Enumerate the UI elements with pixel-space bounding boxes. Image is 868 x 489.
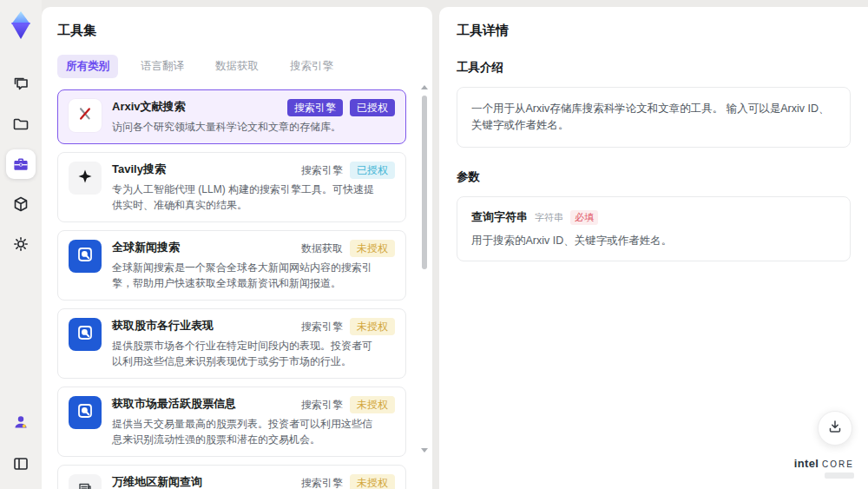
download-icon [827, 419, 843, 438]
brand-subline [825, 472, 854, 479]
tool-description: 访问各个研究领域大量科学论文和文章的存储库。 [112, 119, 374, 135]
tool-description: 提供当天交易量最高的股票列表。投资者可以利用这些信息来识别流动性强的股票和潜在的… [112, 416, 374, 447]
detail-title: 工具详情 [457, 23, 851, 39]
tool-icon [69, 474, 102, 489]
param-item: 查询字符串 字符串 必填 用于搜索的Arxiv ID、关键字或作者姓名。 [471, 209, 836, 248]
tool-icon [69, 99, 102, 132]
panel-toggle-icon [12, 455, 30, 472]
auth-status-badge: 已授权 [350, 162, 395, 179]
tool-icon [69, 396, 102, 429]
main-content: 工具集 所有类别语言翻译数据获取搜索引擎 [42, 0, 868, 489]
auth-status-badge: 未授权 [350, 240, 395, 257]
tool-tags: 搜索引擎 未授权 [301, 474, 395, 489]
param-description: 用于搜索的Arxiv ID、关键字或作者姓名。 [471, 233, 836, 248]
tool-card[interactable]: 全球新闻搜索 数据获取 未授权 全球新闻搜索是一个聚合全球各大新闻网站内容的搜索… [57, 230, 406, 301]
auth-status-badge: 未授权 [350, 318, 395, 335]
sidebar-item-chat[interactable] [6, 69, 36, 99]
category-tab[interactable]: 所有类别 [57, 55, 118, 78]
scrollbar-down-arrow[interactable] [421, 448, 428, 453]
tool-main: 获取市场最活跃股票信息 搜索引擎 未授权 提供当天交易量最高的股票列表。投资者可… [112, 396, 395, 447]
tool-main: 获取股市各行业表现 搜索引擎 未授权 提供股票市场各个行业在特定时间段内的表现。… [112, 318, 395, 369]
tool-card[interactable]: Tavily搜索 搜索引擎 已授权 专为人工智能代理 (LLM) 构建的搜索引擎… [57, 152, 406, 222]
params-box: 查询字符串 字符串 必填 用于搜索的Arxiv ID、关键字或作者姓名。 [457, 196, 851, 261]
tool-name: 全球新闻搜索 [112, 240, 180, 254]
tool-icon [69, 162, 102, 195]
tool-tags: 搜索引擎 已授权 [301, 162, 395, 179]
tool-card[interactable]: 万维地区新闻查询 搜索引擎 未授权 查询具体行政区划内的新闻，快速了解各地新闻动 [57, 465, 406, 489]
category-tag: 搜索引擎 [287, 99, 343, 116]
brand-intel-text: intel [794, 457, 819, 470]
tool-name: 万维地区新闻查询 [112, 474, 202, 489]
auth-status-badge: 已授权 [350, 99, 395, 116]
category-tab[interactable]: 数据获取 [207, 55, 267, 78]
app-sidebar [0, 0, 42, 489]
category-tag: 搜索引擎 [301, 396, 343, 413]
tool-card[interactable]: 获取市场最活跃股票信息 搜索引擎 未授权 提供当天交易量最高的股票列表。投资者可… [57, 387, 406, 457]
page-title: 工具集 [57, 23, 418, 39]
list-scrollbar[interactable] [421, 83, 428, 486]
category-tab[interactable]: 搜索引擎 [281, 55, 342, 78]
auth-status-badge: 未授权 [350, 474, 395, 489]
news-search-logo-icon [76, 324, 94, 345]
category-tag: 搜索引擎 [301, 474, 343, 489]
app-logo gem-icon [8, 10, 34, 40]
category-tag: 搜索引擎 [301, 318, 343, 335]
tool-name: 获取市场最活跃股票信息 [112, 396, 236, 411]
params-heading: 参数 [457, 169, 851, 185]
sidebar-item-account[interactable] [6, 407, 36, 437]
param-type: 字符串 [535, 211, 563, 224]
sidebar-item-settings[interactable] [6, 229, 36, 259]
tool-name: Tavily搜索 [112, 162, 166, 176]
tool-tags: 搜索引擎 未授权 [301, 396, 395, 413]
tool-list: Arxiv文献搜索 搜索引擎 已授权 访问各个研究领域大量科学论文和文章的存储库… [57, 89, 418, 489]
param-required-badge: 必填 [570, 210, 598, 225]
tool-main: Tavily搜索 搜索引擎 已授权 专为人工智能代理 (LLM) 构建的搜索引擎… [112, 162, 395, 213]
package-icon [12, 195, 30, 213]
tavily-logo-icon [77, 169, 93, 188]
auth-status-badge: 未授权 [350, 396, 395, 413]
tool-description: 全球新闻搜索是一个聚合全球各大新闻网站内容的搜索引擎，帮助用户快速获取全球最新资… [112, 260, 374, 291]
tool-tags: 数据获取 未授权 [301, 240, 395, 257]
tool-description: 专为人工智能代理 (LLM) 构建的搜索引擎工具。可快速提供实时、准确和真实的结… [112, 182, 374, 213]
category-tabs: 所有类别语言翻译数据获取搜索引擎 [57, 55, 418, 78]
category-tag: 数据获取 [301, 240, 343, 257]
tool-details-panel: 工具详情 工具介绍 一个用于从Arxiv存储库搜索科学论文和文章的工具。 输入可… [439, 7, 868, 489]
gear-icon [12, 235, 30, 253]
intel-core-badge: intel core [794, 457, 854, 479]
tool-icon [69, 240, 102, 273]
param-name: 查询字符串 [471, 209, 528, 225]
tool-card[interactable]: Arxiv文献搜索 搜索引擎 已授权 访问各个研究领域大量科学论文和文章的存储库… [57, 89, 406, 144]
newspaper-icon [76, 480, 94, 489]
tools-panel: 工具集 所有类别语言翻译数据获取搜索引擎 [42, 7, 432, 489]
sidebar-nav [6, 69, 36, 259]
download-button[interactable] [818, 411, 852, 446]
tool-description: 提供股票市场各个行业在特定时间段内的表现。投资者可以利用这些信息来识别表现优于或… [112, 338, 374, 369]
user-avatar-icon [12, 413, 30, 431]
tool-main: Arxiv文献搜索 搜索引擎 已授权 访问各个研究领域大量科学论文和文章的存储库… [112, 99, 395, 135]
chat-icon [12, 76, 30, 93]
folder-icon [12, 116, 30, 133]
tool-main: 全球新闻搜索 数据获取 未授权 全球新闻搜索是一个聚合全球各大新闻网站内容的搜索… [112, 240, 395, 291]
scrollbar-up-arrow[interactable] [421, 85, 428, 89]
news-search-logo-icon [76, 246, 94, 267]
category-tab[interactable]: 语言翻译 [132, 55, 193, 78]
arxiv-logo-icon [76, 105, 94, 126]
tool-intro-text: 一个用于从Arxiv存储库搜索科学论文和文章的工具。 输入可以是Arxiv ID… [457, 87, 851, 148]
intro-heading: 工具介绍 [457, 60, 851, 76]
sidebar-item-packages[interactable] [6, 189, 36, 219]
sidebar-bottom [6, 407, 36, 479]
tool-name: Arxiv文献搜索 [112, 99, 186, 114]
brand-core-text: core [822, 459, 854, 469]
tool-main: 万维地区新闻查询 搜索引擎 未授权 查询具体行政区划内的新闻，快速了解各地新闻动 [112, 474, 395, 489]
tool-card[interactable]: 获取股市各行业表现 搜索引擎 未授权 提供股票市场各个行业在特定时间段内的表现。… [57, 308, 406, 379]
scrollbar-thumb[interactable] [422, 96, 427, 269]
toolbox-icon [12, 155, 30, 173]
app-root: 工具集 所有类别语言翻译数据获取搜索引擎 [0, 0, 868, 489]
tool-tags: 搜索引擎 已授权 [287, 99, 395, 116]
tool-name: 获取股市各行业表现 [112, 318, 214, 333]
sidebar-item-files[interactable] [6, 109, 36, 139]
sidebar-item-collapse[interactable] [6, 449, 36, 479]
sidebar-item-tools[interactable] [6, 149, 36, 179]
news-search-logo-icon [76, 402, 94, 423]
tool-icon [69, 318, 102, 351]
